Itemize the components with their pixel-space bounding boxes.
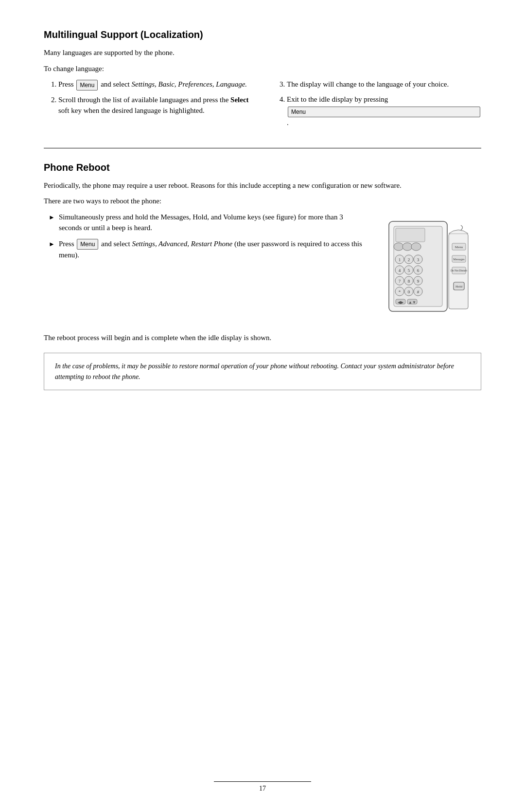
svg-point-5 [411,243,421,251]
reboot-text-col: ► Simultaneously press and hold the Mess… [44,212,365,266]
svg-rect-2 [396,228,425,242]
step1-menu-key: Menu [76,80,98,90]
section2-title: Phone Reboot [44,162,481,173]
section1-step2: Scroll through the list of available lan… [58,94,253,116]
step2-bold: Select [230,96,248,104]
svg-text:5: 5 [408,268,410,273]
section1-intro2: To change language: [44,63,481,74]
svg-text:*: * [399,289,401,294]
svg-text:▲▼: ▲▼ [408,300,416,305]
svg-text:#: # [417,289,420,294]
step1-press-label: Press [58,80,74,88]
svg-text:7: 7 [399,279,401,284]
bullet2-italic: Settings, Advanced, Restart Phone [132,240,232,248]
svg-text:3: 3 [417,257,420,262]
section2: Phone Reboot Periodically, the phone may… [44,162,481,391]
bullet2-prefix: Press [59,240,74,248]
section-divider [44,148,481,148]
reboot-bullet1: ► Simultaneously press and hold the Mess… [49,212,365,234]
svg-text:◀▶: ◀▶ [398,300,404,305]
bullet1-triangle: ► [49,213,55,222]
section1-intro1: Many languages are supported by the phon… [44,47,481,58]
section1-step3: The display will change to the language … [287,79,481,90]
section2-para1: Periodically, the phone may require a us… [44,180,481,191]
bullet2-triangle: ► [49,239,55,249]
section1-right-list: The display will change to the language … [287,79,481,128]
bullet2-suffix: and select [101,240,132,248]
reboot-bullet2: ► Press Menu and select Settings, Advanc… [49,238,365,261]
section1-step1: Press Menu and select Settings, Basic, P… [58,79,253,90]
step2-after: soft key when the desired language is hi… [58,107,205,114]
footer-line [214,781,311,782]
section1-left-col: Press Menu and select Settings, Basic, P… [44,79,253,133]
svg-text:8: 8 [408,279,410,284]
section1-right-col: The display will change to the language … [272,79,481,133]
page-footer: 17 [0,781,525,793]
svg-text:1: 1 [399,257,401,262]
svg-text:9: 9 [417,279,420,284]
reboot-bullet-list: ► Simultaneously press and hold the Mess… [49,212,365,261]
bullet1-content: Simultaneously press and hold the Messag… [59,212,365,234]
page-number: 17 [259,785,266,792]
svg-text:Do Not Disturb: Do Not Disturb [451,269,467,272]
section1-two-col: Press Menu and select Settings, Basic, P… [44,79,481,133]
section2-para2: There are two ways to reboot the phone: [44,196,481,207]
svg-text:2: 2 [408,257,410,262]
svg-text:Hold: Hold [455,285,463,289]
svg-point-3 [394,243,403,251]
step3-text: The display will change to the language … [287,80,449,88]
step4-before: Exit to the idle display by pressing [287,95,388,103]
bullet2-menu-key: Menu [77,239,98,250]
svg-text:Menu: Menu [455,245,463,249]
phone-diagram-svg: 1 2 3 4 5 6 7 8 9 [374,217,476,324]
svg-text:0: 0 [408,289,410,294]
section2-para3: The reboot process will begin and is com… [44,332,481,343]
reboot-layout: ► Simultaneously press and hold the Mess… [44,212,481,325]
note-box: In the case of problems, it may be possi… [44,353,481,390]
section1: Multilingual Support (Localization) Many… [44,29,481,133]
svg-text:Messages: Messages [453,258,465,261]
svg-text:4: 4 [399,268,401,273]
svg-point-4 [402,243,412,251]
phone-diagram-container: 1 2 3 4 5 6 7 8 9 [374,217,481,325]
step1-italic: Settings, Basic, Preferences, Language. [132,80,247,88]
step4-after: . [287,119,289,126]
step1-suffix: and select [101,80,131,88]
step2-before: Scroll through the list of available lan… [58,96,230,104]
step4-menu-key: Menu [288,107,480,117]
section1-title: Multilingual Support (Localization) [44,29,481,40]
bullet2-content: Press Menu and select Settings, Advanced… [59,238,365,261]
svg-text:6: 6 [417,268,420,273]
note-text: In the case of problems, it may be possi… [55,362,454,380]
section1-ordered-list: Press Menu and select Settings, Basic, P… [58,79,253,116]
section1-step4: Exit to the idle display by pressing Men… [287,94,481,128]
